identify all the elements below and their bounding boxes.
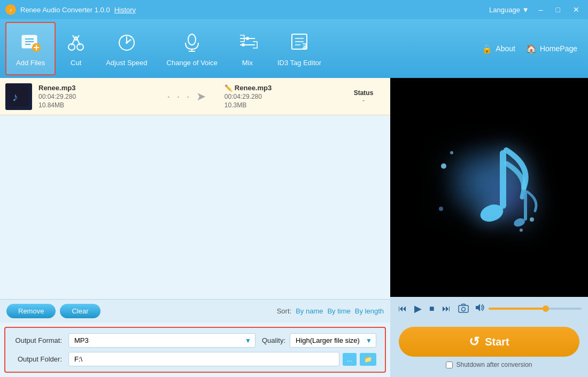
right-panel: ⏮ ▶ ■ ⏭ xyxy=(390,78,588,377)
about-link[interactable]: 🔒 About xyxy=(482,44,515,54)
start-label: Start xyxy=(485,336,509,348)
file-thumbnail: ♪ xyxy=(5,83,32,110)
skip-forward-button[interactable]: ⏭ xyxy=(440,302,452,315)
svg-point-38 xyxy=(450,151,453,154)
preview-area xyxy=(390,78,588,297)
adjust-speed-button[interactable]: Adjust Speed xyxy=(96,22,157,75)
sort-by-length[interactable]: By length xyxy=(355,307,384,315)
sort-controls: Sort: By name By time By length xyxy=(277,307,384,315)
svg-rect-33 xyxy=(500,150,506,209)
svg-point-20 xyxy=(188,34,196,45)
input-duration: 00:04:29.280 xyxy=(38,93,150,100)
title-bar-left: ♪ Renee Audio Converter 1.0.0 History xyxy=(5,4,136,15)
volume-thumb[interactable] xyxy=(543,305,549,312)
lock-icon: 🔒 xyxy=(482,44,492,54)
toolbar: Add Files Cut xyxy=(0,19,588,78)
sort-by-name[interactable]: By name xyxy=(296,307,323,315)
mix-icon xyxy=(237,31,258,56)
mix-label: Mix xyxy=(242,59,253,67)
cut-label: Cut xyxy=(71,59,81,67)
sort-by-time[interactable]: By time xyxy=(327,307,350,315)
folder-input[interactable] xyxy=(68,352,339,366)
clear-button[interactable]: Clear xyxy=(60,304,100,318)
svg-point-43 xyxy=(461,307,465,311)
minimize-button[interactable]: – xyxy=(536,4,546,15)
adjust-speed-icon xyxy=(116,31,137,56)
open-folder-button[interactable]: 📁 xyxy=(360,353,376,366)
quality-wrap: Quality: High(Larger file size) ▼ xyxy=(262,333,376,348)
skip-forward-icon: ⏭ xyxy=(442,304,451,313)
shutdown-row: Shutdown after conversion xyxy=(446,361,532,368)
volume-slider[interactable] xyxy=(489,308,582,310)
close-button[interactable]: ✕ xyxy=(570,4,583,15)
svg-point-40 xyxy=(520,229,523,232)
about-label: About xyxy=(496,44,515,53)
file-input-info: Renee.mp3 00:04:29.280 10.84MB xyxy=(38,84,150,109)
add-files-icon xyxy=(20,31,41,56)
status-value: - xyxy=(342,97,385,104)
start-button[interactable]: ↺ Start xyxy=(399,327,579,357)
stop-button[interactable]: ■ xyxy=(428,302,436,315)
sort-bar: Remove Clear Sort: By name By time By le… xyxy=(0,299,390,323)
quality-select[interactable]: High(Larger file size) xyxy=(290,333,376,348)
change-of-voice-label: Change of Voice xyxy=(167,59,218,67)
add-files-button[interactable]: Add Files xyxy=(5,22,56,75)
arrow-icon: · · · ➤ xyxy=(167,90,207,104)
input-size: 10.84MB xyxy=(38,101,150,109)
file-list: ♪ Renee.mp3 00:04:29.280 10.84MB · · · ➤… xyxy=(0,78,390,299)
play-button[interactable]: ▶ xyxy=(413,301,423,316)
player-controls: ⏮ ▶ ■ ⏭ xyxy=(390,297,588,320)
homepage-link[interactable]: 🏠 HomePage xyxy=(526,44,577,54)
convert-arrow: · · · ➤ xyxy=(156,90,218,104)
format-select-wrap: MP3 ▼ xyxy=(68,333,256,348)
left-panel: ♪ Renee.mp3 00:04:29.280 10.84MB · · · ➤… xyxy=(0,78,390,377)
toolbar-right: 🔒 About 🏠 HomePage xyxy=(482,44,577,54)
output-filename: ✏️ Renee.mp3 xyxy=(225,84,336,92)
shutdown-label: Shutdown after conversion xyxy=(456,361,532,368)
volume-fill xyxy=(489,308,545,310)
shutdown-checkbox[interactable] xyxy=(446,362,453,368)
start-icon: ↺ xyxy=(469,334,479,349)
screenshot-button[interactable] xyxy=(457,302,470,316)
svg-point-37 xyxy=(441,163,446,169)
adjust-speed-label: Adjust Speed xyxy=(106,59,147,67)
folder-label: Output Folder: xyxy=(14,355,62,363)
format-row: Output Format: MP3 ▼ Quality: High(Large… xyxy=(14,333,376,348)
screenshot-icon xyxy=(458,303,469,315)
status-column: Status - xyxy=(342,89,385,104)
app-logo-icon: ♪ xyxy=(5,4,16,15)
change-of-voice-icon xyxy=(181,31,203,56)
start-area: ↺ Start Shutdown after conversion xyxy=(390,320,588,377)
home-icon: 🏠 xyxy=(526,44,537,54)
svg-point-41 xyxy=(439,207,443,211)
browse-button[interactable]: ... xyxy=(343,353,357,366)
svg-point-24 xyxy=(242,43,245,46)
output-settings: Output Format: MP3 ▼ Quality: High(Large… xyxy=(4,327,386,373)
status-label: Status xyxy=(342,89,385,97)
svg-point-17 xyxy=(126,42,128,44)
input-filename: Renee.mp3 xyxy=(38,84,150,92)
id3-tag-editor-button[interactable]: ID3 Tag Editor xyxy=(268,22,331,75)
language-button[interactable]: Language ▼ xyxy=(489,6,529,14)
play-icon: ▶ xyxy=(414,303,422,315)
skip-back-button[interactable]: ⏮ xyxy=(397,302,408,315)
quality-select-wrap: High(Larger file size) ▼ xyxy=(290,333,376,348)
svg-point-23 xyxy=(246,37,249,40)
title-bar: ♪ Renee Audio Converter 1.0.0 History La… xyxy=(0,0,588,19)
maximize-button[interactable]: □ xyxy=(553,4,563,15)
output-size: 10.3MB xyxy=(225,101,336,109)
toolbar-tools: Add Files Cut xyxy=(5,22,331,75)
mix-button[interactable]: Mix xyxy=(227,22,268,75)
change-of-voice-button[interactable]: Change of Voice xyxy=(157,22,227,75)
volume-icon xyxy=(475,303,484,315)
language-label: Language xyxy=(489,6,520,14)
svg-marker-44 xyxy=(476,304,480,311)
action-buttons: Remove Clear xyxy=(6,304,100,318)
history-link[interactable]: History xyxy=(114,6,136,14)
cut-button[interactable]: Cut xyxy=(56,22,96,75)
format-select[interactable]: MP3 xyxy=(68,333,256,348)
remove-button[interactable]: Remove xyxy=(6,304,56,318)
quality-label: Quality: xyxy=(262,336,285,344)
sort-label: Sort: xyxy=(277,307,291,315)
svg-rect-35 xyxy=(524,192,527,221)
